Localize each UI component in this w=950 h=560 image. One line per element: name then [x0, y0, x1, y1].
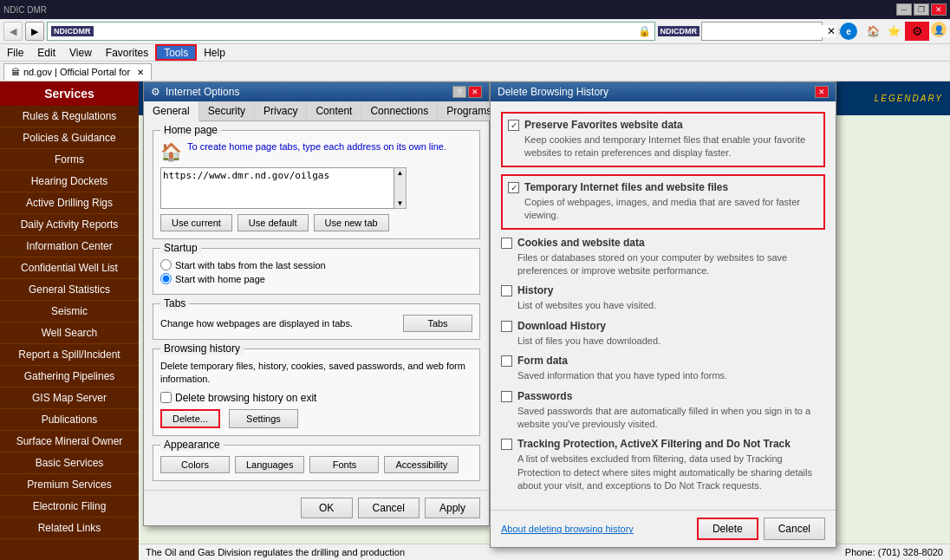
sidebar-item-drilling[interactable]: Active Drilling Rigs	[0, 192, 139, 214]
menu-edit[interactable]: Edit	[30, 44, 62, 61]
tab-content[interactable]: Content	[307, 101, 361, 120]
delete-dialog-close[interactable]: ✕	[815, 86, 829, 98]
sidebar-item-rules[interactable]: Rules & Regulations	[0, 106, 139, 127]
settings-button[interactable]: Settings	[229, 409, 298, 428]
dialog-tabs: General Security Privacy Content Connect…	[144, 101, 489, 121]
sidebar-item-gis[interactable]: GIS Map Server	[0, 387, 139, 409]
delete-button[interactable]: Delete...	[160, 409, 220, 428]
dialog-help-button[interactable]: ?	[452, 86, 466, 98]
use-default-button[interactable]: Use default	[238, 214, 309, 231]
sidebar-item-spill[interactable]: Report a Spill/Incident	[0, 344, 139, 366]
tabs-button[interactable]: Tabs	[403, 315, 472, 332]
back-button[interactable]: ◀	[3, 22, 23, 41]
languages-button[interactable]: Languages	[235, 456, 304, 473]
scroll-bar[interactable]: ▲ ▼	[394, 167, 407, 209]
startup-option2: Start with home page	[160, 273, 472, 284]
download-checkbox[interactable]	[501, 321, 512, 332]
close-button[interactable]: ✕	[931, 3, 947, 16]
menu-help[interactable]: Help	[197, 44, 232, 61]
sidebar-item-confidential[interactable]: Confidential Well List	[0, 257, 139, 279]
history-checkbox[interactable]	[501, 285, 512, 296]
title-bar: NDIC DMR ─ ❐ ✕	[0, 0, 950, 19]
tabs-row: Change how webpages are displayed in tab…	[160, 315, 472, 332]
sidebar-item-links[interactable]: Related Links	[0, 518, 139, 539]
ok-button[interactable]: OK	[301, 498, 353, 518]
sidebar-item-premium[interactable]: Premium Services	[0, 474, 139, 496]
favorites-icon[interactable]: ⭐	[884, 22, 903, 41]
download-desc: List of files you have downloaded.	[517, 335, 825, 348]
sidebar-item-basic[interactable]: Basic Services	[0, 453, 139, 474]
url-input-area: https://www.dmr.nd.gov/oilgas ▲ ▼	[160, 167, 472, 209]
startup-radio2[interactable]	[160, 273, 172, 284]
appearance-buttons: Colors Languages Fonts Accessibility	[160, 456, 472, 473]
browser-tab[interactable]: 🏛 nd.gov | Official Portal for ✕	[3, 63, 152, 81]
menu-favorites[interactable]: Favorites	[99, 44, 155, 61]
search-input[interactable]: dmr.nd.gov	[706, 25, 836, 37]
startup-radio1[interactable]	[160, 259, 172, 270]
delete-cancel-button[interactable]: Cancel	[764, 518, 825, 540]
sidebar-item-publications[interactable]: Publications	[0, 409, 139, 431]
home-page-buttons: Use current Use default Use new tab	[160, 214, 472, 231]
sidebar-item-well-search[interactable]: Well Search	[0, 322, 139, 344]
sidebar-item-hearing[interactable]: Hearing Dockets	[0, 171, 139, 192]
temp-desc: Copies of webpages, images, and media th…	[524, 196, 818, 223]
cancel-button[interactable]: Cancel	[358, 498, 420, 518]
form-checkbox[interactable]	[501, 355, 512, 367]
del-item-tracking: Tracking Protection, ActiveX Filtering a…	[501, 438, 825, 492]
tab-close-icon[interactable]: ✕	[825, 25, 837, 37]
cookies-checkbox[interactable]	[501, 238, 512, 249]
address-input[interactable]: https://www.dmr.nd.gov/oilgas/	[95, 25, 636, 37]
forward-button[interactable]: ▶	[25, 22, 44, 41]
gear-icon[interactable]: ⚙	[905, 22, 929, 41]
sidebar-item-info[interactable]: Information Center	[0, 236, 139, 257]
minimize-button[interactable]: ─	[896, 3, 912, 16]
delete-on-exit-checkbox[interactable]	[160, 392, 172, 403]
sidebar-item-stats[interactable]: General Statistics	[0, 279, 139, 301]
temp-checkbox[interactable]	[508, 182, 519, 193]
tab-privacy[interactable]: Privacy	[255, 101, 307, 120]
menu-bar: File Edit View Favorites Tools Help	[0, 44, 950, 62]
home-url-textarea[interactable]: https://www.dmr.nd.gov/oilgas	[160, 167, 394, 209]
tab-security[interactable]: Security	[199, 101, 255, 120]
house-icon: 🏠	[160, 141, 182, 162]
delete-confirm-button[interactable]: Delete	[697, 518, 758, 540]
fonts-button[interactable]: Fonts	[309, 456, 379, 473]
about-deleting-link[interactable]: About deleting browsing history	[501, 524, 634, 534]
favorites-desc: Keep cookies and temporary Internet file…	[524, 133, 818, 160]
sidebar-item-efiling[interactable]: Electronic Filing	[0, 496, 139, 518]
use-current-button[interactable]: Use current	[160, 214, 232, 231]
dialog-close-button[interactable]: ✕	[468, 86, 482, 98]
internet-options-title-bar: ⚙ Internet Options ? ✕	[144, 82, 489, 101]
title-bar-left: NDIC DMR	[3, 5, 47, 15]
tracking-checkbox[interactable]	[501, 439, 512, 450]
passwords-title: Passwords	[517, 390, 572, 402]
delete-dialog-title: Delete Browsing History	[498, 86, 608, 98]
history-desc: List of websites you have visited.	[517, 299, 825, 312]
tab-general[interactable]: General	[144, 101, 199, 121]
tab-connections[interactable]: Connections	[361, 101, 438, 120]
sidebar-item-seismic[interactable]: Seismic	[0, 301, 139, 322]
delete-dialog-body: Preserve Favorites website data Keep coo…	[491, 101, 836, 510]
menu-view[interactable]: View	[62, 44, 99, 61]
sidebar-item-forms[interactable]: Forms	[0, 149, 139, 171]
startup-option1-label: Start with tabs from the last session	[175, 260, 326, 270]
home-icon[interactable]: 🏠	[863, 22, 882, 41]
sidebar-item-pipelines[interactable]: Gathering Pipelines	[0, 366, 139, 387]
menu-tools[interactable]: Tools	[155, 44, 197, 61]
tabs-label: Tabs	[160, 297, 189, 309]
menu-file[interactable]: File	[0, 44, 30, 61]
use-new-tab-button[interactable]: Use new tab	[314, 214, 389, 231]
tab-close[interactable]: ✕	[137, 68, 144, 77]
sidebar-item-daily[interactable]: Daily Activity Reports	[0, 214, 139, 236]
passwords-checkbox[interactable]	[501, 391, 512, 402]
apply-button[interactable]: Apply	[425, 498, 480, 518]
delete-footer-buttons: Delete Cancel	[697, 518, 825, 540]
accessibility-button[interactable]: Accessibility	[384, 456, 459, 473]
sidebar-item-surface[interactable]: Surface Mineral Owner	[0, 431, 139, 453]
restore-button[interactable]: ❐	[914, 3, 929, 16]
search-bar[interactable]: dmr.nd.gov ✕	[701, 22, 823, 41]
colors-button[interactable]: Colors	[160, 456, 230, 473]
favorites-checkbox[interactable]	[508, 120, 519, 131]
address-bar[interactable]: NDICDMR https://www.dmr.nd.gov/oilgas/ 🔒	[47, 22, 655, 41]
sidebar-item-policies[interactable]: Policies & Guidance	[0, 127, 139, 149]
